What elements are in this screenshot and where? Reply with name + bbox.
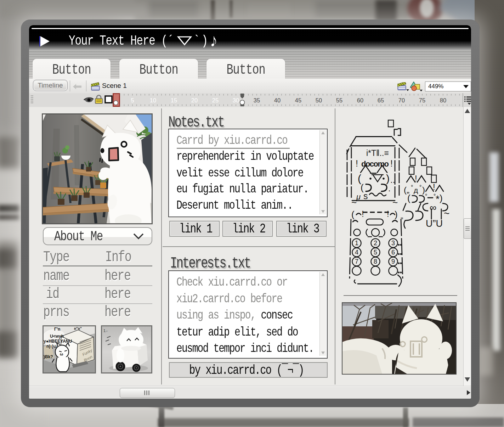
svg-text:5: 5 xyxy=(374,249,377,256)
svg-text:(: ( xyxy=(351,209,355,220)
svg-text:1: 1 xyxy=(355,240,358,247)
svg-text:4: 4 xyxy=(355,249,358,256)
svg-text:30: 30 xyxy=(233,97,239,103)
svg-text:5: 5 xyxy=(131,97,134,103)
svg-text:°: ° xyxy=(419,184,421,190)
svg-text:10: 10 xyxy=(150,97,156,103)
svg-text:i*T‖..≡: i*T‖..≡ xyxy=(366,148,389,158)
svg-text:75: 75 xyxy=(419,97,425,103)
svg-text:~: ~ xyxy=(392,197,398,208)
svg-text:65: 65 xyxy=(378,97,384,103)
svg-text:1.-: 1.- xyxy=(103,329,108,333)
svg-text:U”U: U”U xyxy=(426,218,443,229)
svg-text:): ) xyxy=(422,185,425,195)
svg-text:ω: ω xyxy=(60,352,63,356)
svg-text:70: 70 xyxy=(398,97,405,103)
svg-text:9: 9 xyxy=(391,258,395,265)
svg-text:!: ! xyxy=(387,209,389,219)
svg-text:Γ'n: Γ'n xyxy=(54,327,60,332)
svg-text:15: 15 xyxy=(171,97,177,103)
svg-text:!: ! xyxy=(433,182,435,192)
svg-text:8: 8 xyxy=(374,258,377,265)
svg-text:45: 45 xyxy=(295,97,301,103)
svg-text:°: ° xyxy=(425,193,427,199)
svg-text:80: 80 xyxy=(440,97,446,103)
svg-text:25: 25 xyxy=(212,97,219,103)
svg-text:55: 55 xyxy=(336,97,342,103)
svg-text:60: 60 xyxy=(357,97,363,103)
svg-text:docomo: docomo xyxy=(361,159,389,168)
svg-text:~: ~ xyxy=(351,197,357,208)
svg-text:∞: ∞ xyxy=(430,202,436,213)
svg-text:): ) xyxy=(395,209,398,220)
svg-text:20: 20 xyxy=(191,97,198,103)
svg-text:(: ( xyxy=(407,193,410,203)
svg-text:6: 6 xyxy=(391,249,395,256)
svg-text:): ) xyxy=(386,173,390,184)
svg-text:..: .. xyxy=(390,175,395,185)
svg-text:!: ! xyxy=(390,158,393,168)
svg-text:2: 2 xyxy=(374,240,377,247)
svg-text:!: ! xyxy=(362,209,364,219)
svg-text:„: „ xyxy=(401,211,403,220)
svg-text:7: 7 xyxy=(355,258,358,265)
svg-text:35: 35 xyxy=(254,97,260,103)
svg-text:!: ! xyxy=(415,174,417,183)
svg-text:д: д xyxy=(414,186,418,194)
svg-text:~: ~ xyxy=(444,208,449,219)
svg-text:s: s xyxy=(363,191,368,201)
svg-text:!: ! xyxy=(356,158,358,168)
svg-text:): ) xyxy=(440,193,443,203)
svg-text:n"n": n"n" xyxy=(74,327,82,331)
svg-text:50: 50 xyxy=(316,97,322,103)
svg-text:)Bk?: )Bk? xyxy=(44,354,53,359)
svg-text:.: . xyxy=(388,184,391,193)
svg-text:U<wyh: U<wyh xyxy=(50,334,64,339)
svg-text:3: 3 xyxy=(391,240,395,247)
svg-text:°: ° xyxy=(411,184,413,190)
svg-text:n) (ω: n) (ω xyxy=(46,344,57,349)
svg-text:40: 40 xyxy=(274,97,281,103)
